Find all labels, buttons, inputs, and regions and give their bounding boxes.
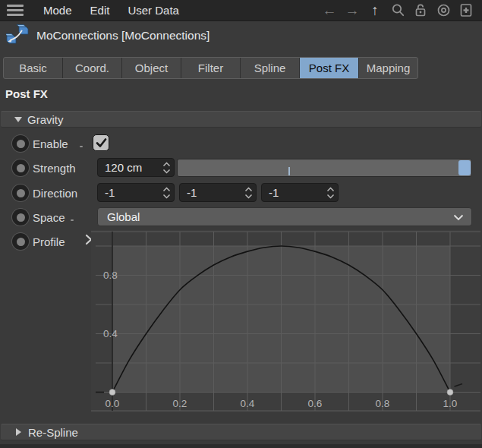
row-space: Space Global xyxy=(0,207,482,227)
enable-checkbox[interactable] xyxy=(93,134,109,151)
section-header-gravity[interactable]: Gravity xyxy=(1,111,481,128)
keyframe-dot-icon[interactable] xyxy=(12,233,29,250)
label-tick xyxy=(71,219,74,221)
direction-z-input[interactable]: -1 xyxy=(261,183,339,202)
lock-icon[interactable] xyxy=(411,1,430,21)
row-strength: Strength 120 cm xyxy=(0,158,482,178)
add-panel-icon[interactable] xyxy=(456,1,476,21)
target-icon[interactable] xyxy=(433,1,453,21)
search-icon[interactable] xyxy=(388,1,408,21)
section-label: Re-Spline xyxy=(28,426,78,439)
svg-text:0.4: 0.4 xyxy=(241,398,255,409)
keyframe-dot-icon[interactable] xyxy=(12,135,29,152)
svg-text:0.8: 0.8 xyxy=(103,270,118,281)
spinner-arrows-icon[interactable] xyxy=(241,184,256,201)
strength-input[interactable]: 120 cm xyxy=(97,158,175,177)
profile-spline-graph[interactable]: 0.00.20.40.60.81.00.40.8 xyxy=(91,230,480,412)
svg-text:0.4: 0.4 xyxy=(103,328,118,339)
row-enable: Enable xyxy=(0,134,482,153)
space-label: Space xyxy=(33,211,65,224)
space-dropdown[interactable]: Global xyxy=(97,207,472,226)
spinner-arrows-icon[interactable] xyxy=(323,184,338,201)
tab-mapping[interactable]: Mapping xyxy=(359,58,417,78)
collapse-triangle-icon xyxy=(14,117,22,122)
direction-x-value: -1 xyxy=(98,186,159,199)
svg-text:0.2: 0.2 xyxy=(173,398,187,409)
profile-label: Profile xyxy=(33,235,65,248)
menubar-icon-group: ← → ↑ xyxy=(320,1,476,21)
menu-user-data[interactable]: User Data xyxy=(118,0,188,21)
keyframe-dot-icon[interactable] xyxy=(12,159,29,176)
bottom-divider xyxy=(0,444,482,448)
chevron-down-icon xyxy=(453,210,464,223)
tab-object[interactable]: Object xyxy=(122,58,181,78)
object-title: MoConnections [MoConnections] xyxy=(36,29,209,43)
tabstrip: Basic Coord. Object Filter Spline Post F… xyxy=(3,57,418,79)
collapsed-triangle-icon xyxy=(16,428,21,436)
direction-y-input[interactable]: -1 xyxy=(179,183,257,202)
keyframe-dot-icon[interactable] xyxy=(12,185,29,201)
tab-post-fx[interactable]: Post FX xyxy=(300,58,359,78)
direction-y-value: -1 xyxy=(180,186,241,199)
section-header-respline[interactable]: Re-Spline xyxy=(1,424,481,440)
moconnections-icon xyxy=(6,24,29,48)
forward-arrow-icon[interactable]: → xyxy=(342,1,362,21)
tab-coord[interactable]: Coord. xyxy=(63,58,122,78)
spinner-arrows-icon[interactable] xyxy=(159,184,174,201)
up-arrow-icon[interactable]: ↑ xyxy=(365,1,385,21)
svg-text:1.0: 1.0 xyxy=(443,398,458,409)
direction-x-input[interactable]: -1 xyxy=(97,183,175,202)
enable-label: Enable xyxy=(33,137,68,150)
object-header: MoConnections [MoConnections] xyxy=(0,22,482,49)
svg-text:0.6: 0.6 xyxy=(308,398,323,409)
svg-text:0.0: 0.0 xyxy=(106,398,120,409)
slider-handle[interactable] xyxy=(458,160,471,175)
row-direction: Direction -1 -1 -1 xyxy=(0,183,482,203)
slider-default-tick xyxy=(288,167,290,175)
svg-text:0.8: 0.8 xyxy=(376,398,390,409)
page-title: Post FX xyxy=(5,87,48,100)
label-tick xyxy=(80,146,83,147)
space-value: Global xyxy=(98,210,453,223)
back-arrow-icon[interactable]: ← xyxy=(320,1,339,21)
direction-z-value: -1 xyxy=(262,186,323,199)
section-label: Gravity xyxy=(27,113,64,126)
menu-edit[interactable]: Edit xyxy=(81,0,119,21)
tab-basic[interactable]: Basic xyxy=(4,58,63,78)
tab-filter[interactable]: Filter xyxy=(181,58,241,78)
menu-mode[interactable]: Mode xyxy=(34,0,81,21)
strength-value: 120 cm xyxy=(98,161,159,174)
attribute-manager-panel: Mode Edit User Data ← → ↑ xyxy=(0,0,482,448)
menubar: Mode Edit User Data ← → ↑ xyxy=(0,0,482,21)
spinner-arrows-icon[interactable] xyxy=(159,159,174,176)
strength-label: Strength xyxy=(33,162,76,175)
hamburger-menu-icon[interactable] xyxy=(7,5,24,16)
keyframe-dot-icon[interactable] xyxy=(12,209,29,226)
strength-slider[interactable] xyxy=(177,159,472,177)
tab-spline[interactable]: Spline xyxy=(241,58,300,78)
direction-label: Direction xyxy=(33,187,77,200)
